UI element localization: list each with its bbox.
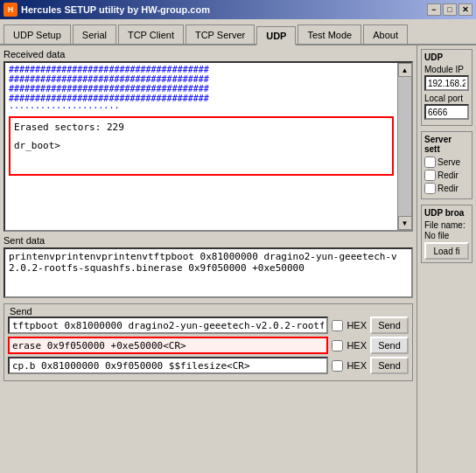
send-input-2[interactable]	[8, 337, 328, 354]
hex-label-2: HEX	[346, 340, 367, 351]
module-ip-input[interactable]	[424, 75, 469, 91]
file-name-label: File name:	[424, 220, 469, 230]
server-settings-section: Server sett Serve Redir Redir	[421, 131, 472, 199]
server-checkbox-row-1: Serve	[424, 157, 469, 168]
load-file-button[interactable]: Load fi	[424, 242, 469, 260]
udp-section: UDP Module IP Local port	[421, 49, 472, 126]
send-row-2: HEX Send	[8, 337, 409, 354]
send-button-1[interactable]: Send	[370, 316, 409, 334]
hex-checkbox-2[interactable]	[332, 340, 343, 351]
window-title: Hercules SETUP utility by HW-group.com	[21, 4, 210, 15]
server-checkbox-row-2: Redir	[424, 170, 469, 181]
send-input-3[interactable]	[8, 357, 328, 374]
serve-label-1: Serve	[438, 157, 460, 167]
close-button[interactable]: ✕	[458, 3, 472, 16]
redir-checkbox-1[interactable]	[424, 170, 436, 181]
hash-line-4: ######################################	[9, 94, 394, 103]
local-port-input[interactable]	[424, 104, 469, 120]
erased-sectors-text: Erased sectors: 229	[14, 122, 388, 133]
received-data-content[interactable]: ###################################### #…	[5, 63, 397, 230]
hash-line-3: ######################################	[9, 84, 394, 94]
tab-tcp-client[interactable]: TCP Client	[118, 24, 184, 44]
app-icon: H	[4, 3, 18, 17]
module-ip-label: Module IP	[424, 65, 469, 74]
tab-about[interactable]: About	[363, 24, 408, 44]
server-settings-label: Server sett	[424, 135, 469, 154]
local-port-label: Local port	[424, 94, 469, 103]
udp-broadcast-section: UDP broa File name: No file Load fi	[421, 205, 472, 263]
send-input-1[interactable]	[8, 316, 328, 334]
window-controls: − □ ✕	[427, 3, 472, 16]
dots-line: ·····················	[9, 103, 394, 113]
hash-line-2: ######################################	[9, 74, 394, 84]
scroll-down-btn[interactable]: ▼	[398, 216, 412, 230]
sent-data-section: Sent data printenvprintenvprintenvtftpbo…	[4, 235, 413, 298]
scrollbar-track[interactable]	[398, 77, 411, 216]
sent-data-content: printenvprintenvprintenvtftpboot 0x81000…	[9, 251, 408, 274]
scroll-up-btn[interactable]: ▲	[398, 63, 412, 77]
hex-checkbox-1[interactable]	[332, 320, 343, 331]
received-data-section: Received data ##########################…	[4, 49, 413, 232]
main-content: Received data ##########################…	[0, 45, 476, 473]
minimize-button[interactable]: −	[427, 3, 441, 16]
redir-checkbox-2[interactable]	[424, 183, 436, 194]
tab-serial[interactable]: Serial	[73, 24, 116, 44]
send-row-1: HEX Send	[8, 316, 409, 334]
tab-tcp-server[interactable]: TCP Server	[186, 24, 255, 44]
left-panel: Received data ##########################…	[0, 45, 416, 473]
tab-test-mode[interactable]: Test Mode	[298, 24, 361, 44]
sent-data-label: Sent data	[4, 235, 413, 246]
received-scrollbar[interactable]: ▲ ▼	[397, 63, 411, 230]
maximize-button[interactable]: □	[443, 3, 457, 16]
server-checkbox-row-3: Redir	[424, 183, 469, 194]
right-panel: UDP Module IP Local port Server sett Ser…	[416, 45, 476, 473]
hex-label-3: HEX	[346, 360, 367, 371]
redir-label-1: Redir	[438, 170, 458, 180]
send-button-3[interactable]: Send	[370, 357, 409, 374]
hex-label-1: HEX	[346, 320, 367, 330]
hash-line-1: ######################################	[9, 65, 394, 74]
udp-broadcast-label: UDP broa	[424, 208, 469, 218]
received-data-label: Received data	[4, 49, 413, 59]
send-section: Send HEX Send HEX Send HEX Send	[4, 303, 413, 381]
send-row-3: HEX Send	[8, 357, 409, 374]
title-bar: H Hercules SETUP utility by HW-group.com…	[0, 0, 476, 19]
udp-title: UDP	[424, 52, 469, 62]
tab-udp[interactable]: UDP	[256, 26, 296, 45]
redir-label-2: Redir	[438, 184, 458, 193]
hex-checkbox-3[interactable]	[332, 360, 343, 372]
tab-udp-setup[interactable]: UDP Setup	[4, 24, 71, 44]
file-name-value: No file	[424, 231, 469, 240]
tabs-row: UDP Setup Serial TCP Client TCP Server U…	[0, 19, 476, 45]
send-button-2[interactable]: Send	[370, 337, 409, 354]
prompt-text: dr_boot>	[14, 140, 388, 151]
send-section-label: Send	[8, 306, 34, 316]
serve-checkbox-1[interactable]	[424, 157, 436, 168]
